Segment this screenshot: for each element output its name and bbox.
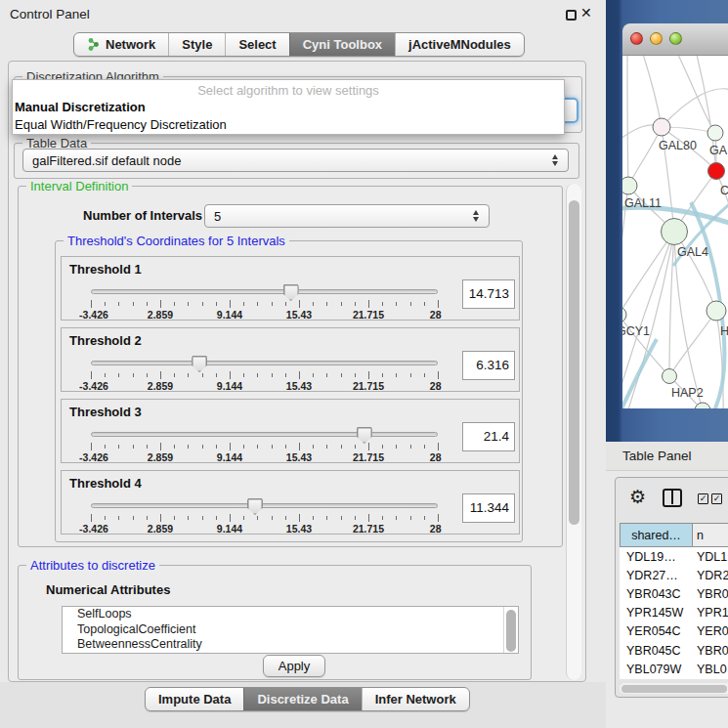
desktop-background: GAL80GACGAL11GAL4GCY1HHAP2 <box>606 0 728 442</box>
network-node-GCY1-node[interactable] <box>622 307 626 322</box>
threshold-value-field[interactable]: 14.713 <box>462 279 515 309</box>
threshold-value-field[interactable]: 11.344 <box>462 493 515 523</box>
column-header-name[interactable]: n <box>693 524 728 546</box>
tick-mark <box>368 300 369 308</box>
cell-name[interactable]: YDL1 <box>692 550 727 564</box>
gear-icon[interactable]: ⚙ <box>629 486 646 507</box>
cell-shared-name[interactable]: YBL079W <box>620 663 692 676</box>
checkbox-icon[interactable]: ✓ <box>711 493 722 504</box>
network-node-GAL4-node[interactable] <box>662 219 688 245</box>
table-row[interactable]: YBR045CYBR0 <box>620 641 728 660</box>
tick-mark <box>396 445 397 449</box>
attribute-list-item[interactable]: TopologicalCoefficient <box>63 622 518 638</box>
tab-label: Network <box>106 37 155 52</box>
slider-track[interactable] <box>91 432 438 437</box>
cell-shared-name[interactable]: YER054C <box>620 624 692 638</box>
close-icon[interactable]: ✕ <box>580 5 592 21</box>
attributes-group-title: Attributes to discretize <box>26 558 159 573</box>
settings-scrollbar[interactable] <box>566 184 581 680</box>
threshold-value-field[interactable]: 6.316 <box>462 351 515 380</box>
tab-network[interactable]: Network <box>74 33 168 56</box>
threshold-label: Threshold 4 <box>69 476 142 491</box>
table-row[interactable]: YDR27…YDR2 <box>620 566 728 584</box>
tab-jactivemnodules[interactable]: jActiveMNodules <box>395 33 524 56</box>
tab-discretize-data[interactable]: Discretize Data <box>243 688 361 710</box>
table-data-combo[interactable]: galFiltered.sif default node <box>22 149 569 172</box>
cell-name[interactable]: YBL0 <box>692 663 727 676</box>
network-canvas[interactable]: GAL80GACGAL11GAL4GCY1HHAP2 <box>622 56 728 408</box>
tick-mark <box>424 516 425 520</box>
column-header-shared-name[interactable]: shared… <box>621 524 693 546</box>
minimize-window-icon[interactable] <box>650 32 663 45</box>
attribute-list-item[interactable]: BetweennessCentrality <box>63 637 518 653</box>
cell-shared-name[interactable]: YPR145W <box>620 606 692 620</box>
network-node-GAL80-node[interactable] <box>653 118 670 136</box>
table-data-combo-value: galFiltered.sif default node <box>32 153 181 168</box>
tick-mark <box>313 445 314 449</box>
attributes-list-scrollbar-thumb[interactable] <box>506 610 516 652</box>
numerical-attributes-list[interactable]: SelfLoopsTopologicalCoefficientBetweenne… <box>62 606 519 654</box>
cell-name[interactable]: YER0 <box>692 624 728 638</box>
tick-mark <box>355 445 356 449</box>
slider-track[interactable] <box>91 503 438 508</box>
table-hscrollbar[interactable] <box>620 683 728 694</box>
algorithm-prompt-option[interactable]: Select algorithm to view settings <box>13 80 564 99</box>
algorithm-option-equal-width[interactable]: Equal Width/Frequency Discretization <box>13 116 564 134</box>
tick-mark <box>174 445 175 449</box>
attribute-list-item[interactable]: SelfLoops <box>63 607 518 622</box>
slider-track[interactable] <box>91 361 438 365</box>
tab-label: Discretize Data <box>257 692 348 707</box>
network-node-GA-node[interactable] <box>707 125 723 141</box>
float-window-icon[interactable] <box>566 10 577 21</box>
cell-shared-name[interactable]: YDL19… <box>620 550 692 564</box>
tab-select[interactable]: Select <box>225 33 288 56</box>
cell-name[interactable]: YBR0 <box>692 644 728 658</box>
tab-cyni-toolbox[interactable]: Cyni Toolbox <box>289 33 395 56</box>
settings-scrollbar-thumb[interactable] <box>569 200 579 525</box>
attributes-list-scrollbar[interactable] <box>503 607 518 653</box>
network-node-HAP2-node[interactable] <box>663 369 677 384</box>
node-label-GA: GA <box>709 144 728 157</box>
zoom-window-icon[interactable] <box>669 32 682 45</box>
number-of-intervals-combo[interactable]: 5 <box>204 204 490 228</box>
network-node-edge-node[interactable] <box>695 403 710 408</box>
threshold-value-field[interactable]: 21.4 <box>462 422 515 451</box>
cell-shared-name[interactable]: YBR045C <box>620 644 692 658</box>
table-row[interactable]: YBR043CYBR0 <box>620 584 728 603</box>
slider-thumb[interactable] <box>192 356 207 372</box>
cell-shared-name[interactable]: YDR27… <box>620 569 692 582</box>
cell-name[interactable]: YPR1 <box>692 606 728 620</box>
slider-thumb[interactable] <box>247 498 263 515</box>
tick-label: 15.43 <box>286 451 312 463</box>
slider-thumb[interactable] <box>283 284 299 301</box>
network-window-titlebar[interactable] <box>622 23 728 56</box>
tab-infer-network[interactable]: Infer Network <box>362 688 469 710</box>
checkbox-icon[interactable]: ✓ <box>698 493 708 504</box>
cell-name[interactable]: YDR2 <box>692 569 728 582</box>
cell-shared-name[interactable]: YBR043C <box>620 587 692 601</box>
tick-mark <box>105 373 106 377</box>
tick-label: 2.859 <box>148 523 173 535</box>
table-row[interactable]: YIL052CYIL0 <box>620 698 728 699</box>
tick-mark <box>202 516 203 520</box>
tick-mark <box>396 302 397 306</box>
tick-label: 15.43 <box>286 309 312 321</box>
table-row[interactable]: YER054CYER0 <box>620 622 728 641</box>
table-row[interactable]: YDL19…YDL1 <box>620 547 728 566</box>
tab-style[interactable]: Style <box>168 33 225 56</box>
table-row[interactable]: YBL079WYBL0 <box>620 660 728 678</box>
slider-track[interactable] <box>91 289 438 294</box>
network-node-red-node[interactable] <box>708 163 725 180</box>
table-hscrollbar-thumb[interactable] <box>621 685 727 693</box>
columns-icon[interactable] <box>663 489 682 507</box>
slider-thumb[interactable] <box>357 427 372 444</box>
table-row[interactable]: YPR145WYPR1 <box>620 604 728 622</box>
network-node-H-node[interactable] <box>707 301 726 321</box>
cell-name[interactable]: YBR0 <box>692 587 728 601</box>
algorithm-option-manual[interactable]: Manual Discretization <box>13 99 564 116</box>
apply-button[interactable]: Apply <box>263 655 325 677</box>
tab-impute-data[interactable]: Impute Data <box>146 688 243 710</box>
tab-label: Infer Network <box>375 692 456 707</box>
network-node-GAL11-node[interactable] <box>622 177 637 194</box>
close-window-icon[interactable] <box>630 32 643 45</box>
